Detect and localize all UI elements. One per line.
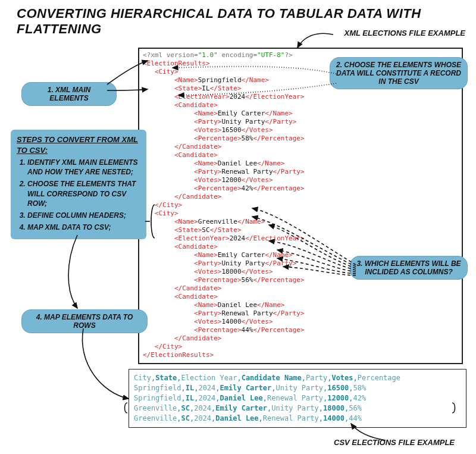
xml-example-label: XML ELECTIONS FILE EXAMPLE [345,29,465,37]
callout-step3: 3. WHICH ELEMENTS WILL BE INCLIDED AS CO… [350,256,468,280]
callout-step1: 1. XML MAIN ELEMENTS [21,82,117,106]
steps-item: IDENTIFY XML MAIN ELEMENTS AND HOW THEY … [27,158,140,177]
steps-item: DEFINE COLUMN HEADERS; [27,211,140,220]
xml-code-box: <?xml version="1.0" encoding="UTF-8"?> <… [138,48,463,364]
csv-example-label: CSV ELECTIONS FILE EXAMPLE [334,438,455,447]
callout-step4: 4. MAP ELEMENTS DATA TO ROWS [21,309,148,333]
steps-title: STEPS TO CONVERT FROM XML TO CSV: [17,134,140,155]
csv-output-box: City,State,Election Year,Candidate Name,… [129,369,466,428]
callout-step2: 2. CHOOSE THE ELEMENTS WHOSE DATA WILL C… [330,57,468,89]
steps-item: CHOOSE THE ELEMENTS THAT WILL CORRESPOND… [27,179,140,208]
steps-list: IDENTIFY XML MAIN ELEMENTS AND HOW THEY … [17,158,140,232]
steps-item: MAP XML DATA TO CSV; [27,223,140,232]
steps-panel: STEPS TO CONVERT FROM XML TO CSV: IDENTI… [11,130,146,239]
